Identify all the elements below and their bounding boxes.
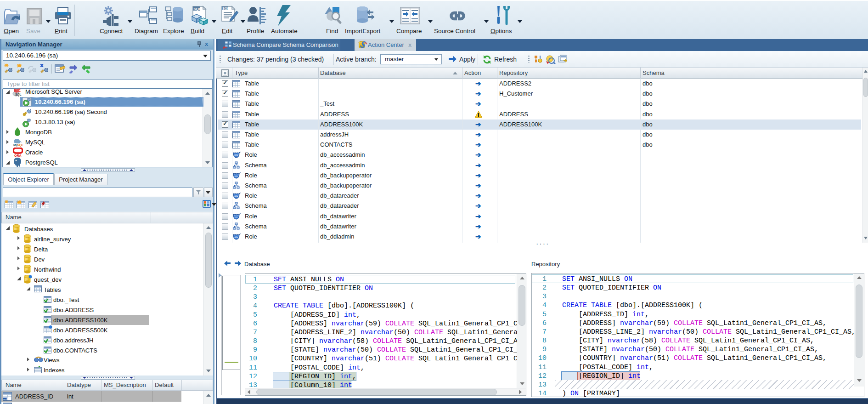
svg-text:SQL: SQL bbox=[222, 6, 230, 11]
svg-text:null: null bbox=[3, 398, 7, 401]
svg-text:SQL: SQL bbox=[17, 143, 23, 147]
svg-text:ORA: ORA bbox=[14, 154, 22, 157]
svg-text:SQL: SQL bbox=[15, 93, 21, 97]
svg-text:SQL: SQL bbox=[194, 7, 202, 11]
